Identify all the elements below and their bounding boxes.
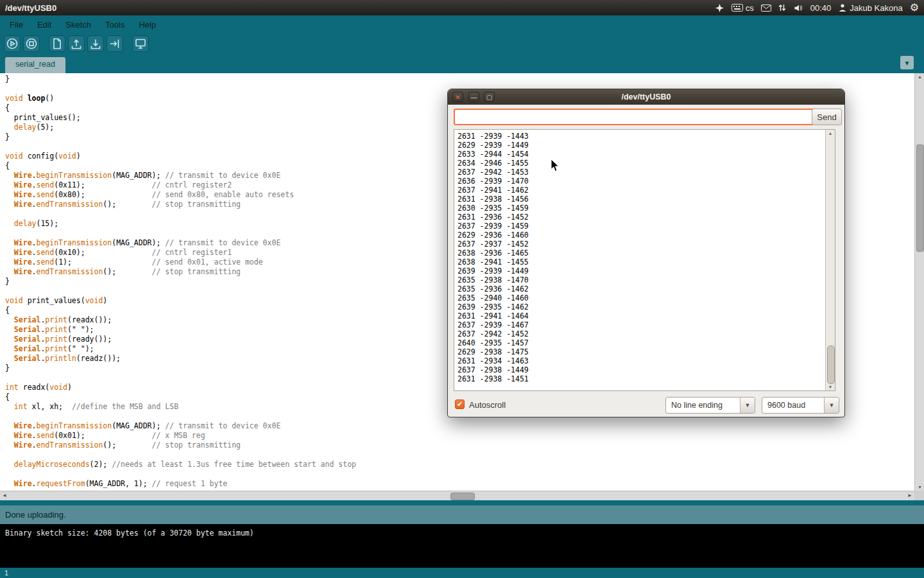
minimize-icon: — [471, 94, 477, 101]
upload-button[interactable] [107, 35, 123, 52]
network-indicator[interactable] [778, 3, 786, 12]
menu-edit[interactable]: Edit [30, 17, 58, 33]
scroll-left-arrow-icon[interactable]: ◄ [2, 493, 7, 498]
window-minimize-button[interactable]: — [468, 92, 479, 102]
send-button[interactable]: Send [812, 109, 842, 125]
serial-monitor-button[interactable] [132, 35, 149, 52]
stop-button[interactable] [23, 35, 40, 52]
menu-sketch[interactable]: Sketch [58, 17, 98, 33]
network-arrows-icon [778, 3, 786, 12]
verify-button[interactable] [4, 35, 21, 52]
serial-output-text: 2631 -2939 -1443 2629 -2939 -1449 2633 -… [454, 130, 835, 385]
menubar: FileEditSketchToolsHelp [0, 15, 924, 33]
open-button[interactable] [68, 35, 85, 52]
status-bar: Done uploading. [0, 505, 924, 524]
tab-menu-arrow-icon: ▾ [905, 58, 909, 67]
scrollbar-corner [914, 491, 924, 500]
verify-icon [5, 37, 19, 51]
new-file-icon [50, 37, 64, 51]
serial-output-area[interactable]: 2631 -2939 -1443 2629 -2939 -1449 2633 -… [454, 129, 835, 391]
serial-output-scrollbar[interactable]: ▲ ▼ [825, 130, 835, 390]
tab-bar: serial_read ▾ [0, 54, 924, 73]
mail-indicator[interactable] [761, 4, 771, 12]
mail-icon [761, 4, 771, 12]
editor-vertical-scrollbar[interactable]: ▲ ▼ [914, 73, 924, 491]
ubuntu-top-panel: /dev/ttyUSB0 cs 00:40 Jakub Kakona ⚙ [0, 0, 924, 15]
line-ending-value: No line ending [666, 398, 740, 413]
status-message: Done uploading. [5, 510, 66, 520]
scroll-down-arrow-icon[interactable]: ▼ [915, 485, 924, 489]
serial-monitor-icon [133, 37, 148, 51]
window-close-button[interactable]: ✕ [452, 92, 463, 102]
scroll-up-arrow-icon[interactable]: ▲ [915, 74, 924, 79]
upload-right-arrow-icon [108, 37, 122, 51]
autoscroll-label: Autoscroll [469, 400, 506, 410]
footer-bar: 1 [0, 568, 924, 578]
menu-file[interactable]: File [3, 17, 30, 33]
editor-hscroll-thumb[interactable] [450, 493, 475, 500]
ide-header: FileEditSketchToolsHelp serial_read ▾ [0, 15, 924, 73]
save-down-arrow-icon [89, 37, 103, 51]
line-ending-dropdown-arrow-icon[interactable]: ▼ [740, 398, 755, 413]
new-sketch-button[interactable] [49, 35, 65, 52]
session-gear-icon[interactable]: ⚙ [910, 3, 919, 12]
menu-tools[interactable]: Tools [98, 17, 132, 33]
console-panel: Binary sketch size: 4208 bytes (of a 307… [0, 524, 924, 568]
console-text: Binary sketch size: 4208 bytes (of a 307… [0, 524, 924, 542]
speaker-icon [793, 3, 803, 13]
line-ending-dropdown[interactable]: No line ending ▼ [665, 397, 755, 414]
close-icon: ✕ [455, 94, 460, 101]
serial-bottom-controls: ✔ Autoscroll No line ending ▼ 9600 baud … [448, 396, 844, 414]
autoscroll-checkbox[interactable]: ✔ [455, 399, 465, 409]
editor-status-divider [0, 500, 924, 505]
baud-rate-dropdown[interactable]: 9600 baud ▼ [762, 397, 839, 414]
user-icon [838, 3, 847, 12]
serial-window-titlebar[interactable]: /dev/ttyUSB0 [448, 89, 844, 105]
send-button-label: Send [817, 112, 836, 122]
serial-window-title: /dev/ttyUSB0 [621, 92, 671, 101]
keyboard-layout-indicator[interactable]: cs [732, 3, 754, 13]
tab-menu-button[interactable]: ▾ [900, 56, 914, 69]
keyboard-icon [732, 4, 743, 12]
stop-icon [24, 37, 38, 51]
toolbar [0, 33, 924, 54]
keyboard-layout-label: cs [746, 3, 754, 13]
clock[interactable]: 00:40 [810, 3, 832, 13]
baud-dropdown-arrow-icon[interactable]: ▼ [824, 398, 839, 413]
user-name: Jakub Kakona [850, 3, 902, 13]
open-up-arrow-icon [69, 37, 83, 51]
mouse-cursor [551, 159, 560, 172]
menu-help[interactable]: Help [132, 17, 163, 33]
serial-send-input[interactable] [454, 109, 814, 125]
editor-horizontal-scrollbar[interactable]: ◄ ► [0, 491, 914, 500]
scroll-right-arrow-icon[interactable]: ► [907, 493, 912, 498]
baud-rate-value: 9600 baud [762, 398, 824, 413]
indicator-star-icon[interactable] [715, 3, 724, 13]
save-button[interactable] [87, 35, 104, 52]
user-menu[interactable]: Jakub Kakona [838, 3, 902, 13]
serial-scroll-thumb[interactable] [827, 346, 835, 384]
window-maximize-button[interactable]: ▢ [484, 92, 495, 102]
line-number-indicator: 1 [4, 569, 8, 577]
checkmark-icon: ✔ [457, 400, 463, 408]
maximize-icon: ▢ [486, 94, 492, 101]
volume-indicator[interactable] [793, 3, 803, 13]
editor-vscroll-thumb[interactable] [916, 144, 924, 252]
tab-serial-read[interactable]: serial_read [5, 57, 65, 73]
active-window-title: /dev/ttyUSB0 [5, 3, 56, 13]
serial-monitor-window: /dev/ttyUSB0 ✕ — ▢ Send 2631 -2939 -1443… [447, 89, 845, 417]
serial-scroll-down-icon[interactable]: ▼ [826, 385, 835, 389]
serial-scroll-up-icon[interactable]: ▲ [826, 131, 835, 136]
